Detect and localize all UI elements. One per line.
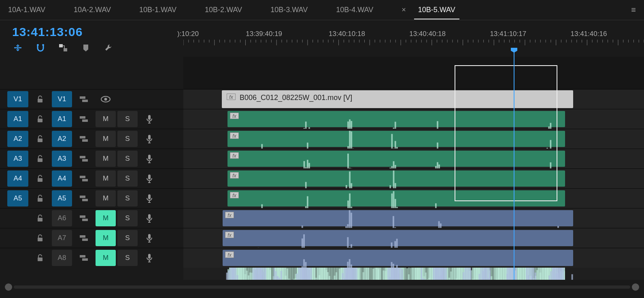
lock-icon[interactable] bbox=[30, 210, 50, 226]
source-patch-a2[interactable]: A2 bbox=[7, 131, 28, 147]
mute-button[interactable]: M bbox=[96, 190, 116, 206]
wrench-settings-icon[interactable] bbox=[103, 43, 114, 53]
track-lane-a4[interactable]: fx bbox=[183, 168, 644, 188]
scroll-knob-right[interactable] bbox=[632, 283, 639, 291]
voiceover-mic-icon[interactable] bbox=[139, 230, 159, 246]
track-target-a1[interactable]: A1 bbox=[52, 111, 72, 127]
audio-clip[interactable]: fx bbox=[223, 210, 573, 226]
solo-button[interactable]: S bbox=[117, 210, 138, 226]
track-target-a8[interactable]: A8 bbox=[52, 250, 72, 266]
audio-clip[interactable]: fx bbox=[223, 250, 573, 266]
lock-icon[interactable] bbox=[30, 250, 50, 266]
scroll-knob-left[interactable] bbox=[5, 283, 12, 291]
track-lane-v1[interactable]: fxB006_C012_08225W_001.mov [V] bbox=[183, 89, 644, 109]
video-clip[interactable]: fxB006_C012_08225W_001.mov [V] bbox=[222, 90, 573, 108]
playhead[interactable] bbox=[514, 48, 514, 280]
lock-icon[interactable] bbox=[30, 131, 50, 147]
scroll-track[interactable] bbox=[14, 285, 630, 289]
source-patch-a4[interactable]: A4 bbox=[7, 170, 28, 187]
tab-10a-1[interactable]: 10A-1.WAV bbox=[8, 1, 45, 19]
sync-lock-icon[interactable] bbox=[74, 151, 94, 167]
source-patch-a8[interactable] bbox=[7, 250, 28, 266]
marker-icon[interactable] bbox=[80, 43, 91, 53]
solo-button[interactable]: S bbox=[117, 131, 138, 147]
eye-visibility-icon[interactable] bbox=[96, 91, 116, 107]
lock-icon[interactable] bbox=[30, 151, 50, 167]
track-lane-a1[interactable]: fx bbox=[183, 109, 644, 129]
tab-10b-2[interactable]: 10B-2.WAV bbox=[205, 1, 242, 19]
track-content-area[interactable]: fxB006_C012_08225W_001.mov [V]fxfxfxfxfx… bbox=[183, 57, 644, 280]
mute-button[interactable]: M bbox=[96, 151, 116, 167]
tab-menu-icon[interactable]: ≡ bbox=[631, 5, 636, 15]
solo-button[interactable]: S bbox=[117, 151, 138, 167]
solo-button[interactable]: S bbox=[117, 230, 138, 246]
track-lane-a5[interactable]: fx bbox=[183, 188, 644, 208]
sync-lock-icon[interactable] bbox=[74, 170, 94, 187]
sync-lock-icon[interactable] bbox=[74, 131, 94, 147]
insert-overwrite-icon[interactable] bbox=[12, 43, 23, 53]
voiceover-mic-icon[interactable] bbox=[139, 170, 159, 187]
tab-10b-4[interactable]: 10B-4.WAV bbox=[336, 1, 373, 19]
lock-icon[interactable] bbox=[30, 91, 50, 107]
source-patch-a7[interactable] bbox=[7, 230, 28, 246]
solo-button[interactable]: S bbox=[117, 190, 138, 206]
track-target-a4[interactable]: A4 bbox=[52, 170, 72, 187]
mute-button[interactable]: M bbox=[96, 131, 116, 147]
lock-icon[interactable] bbox=[30, 190, 50, 206]
playhead-timecode[interactable]: 13:41:13:06 bbox=[12, 25, 171, 39]
sync-lock-icon[interactable] bbox=[74, 230, 94, 246]
tab-10b-5[interactable]: 10B-5.WAV bbox=[418, 1, 455, 19]
lock-icon[interactable] bbox=[30, 230, 50, 246]
track-lane-a3[interactable]: fx bbox=[183, 149, 644, 168]
mute-button[interactable]: M bbox=[96, 210, 116, 226]
voiceover-mic-icon[interactable] bbox=[139, 111, 159, 127]
track-lane-a6[interactable]: fx bbox=[183, 208, 644, 228]
voiceover-mic-icon[interactable] bbox=[139, 151, 159, 167]
track-header-a7: A7MS bbox=[0, 228, 183, 248]
snap-magnet-icon[interactable] bbox=[35, 43, 46, 53]
sync-lock-icon[interactable] bbox=[74, 210, 94, 226]
mute-button[interactable]: M bbox=[96, 230, 116, 246]
linked-selection-icon[interactable] bbox=[57, 43, 69, 53]
voiceover-mic-icon[interactable] bbox=[139, 131, 159, 147]
lock-icon[interactable] bbox=[30, 111, 50, 127]
lock-icon[interactable] bbox=[30, 170, 50, 187]
source-patch-v1[interactable]: V1 bbox=[7, 91, 28, 107]
mute-button[interactable]: M bbox=[96, 111, 116, 127]
track-lane-a2[interactable]: fx bbox=[183, 129, 644, 149]
track-target-a2[interactable]: A2 bbox=[52, 131, 72, 147]
voiceover-mic-icon[interactable] bbox=[139, 250, 159, 266]
track-target-a6[interactable]: A6 bbox=[52, 210, 72, 226]
source-patch-a1[interactable]: A1 bbox=[7, 111, 28, 127]
svg-rect-105 bbox=[82, 139, 88, 142]
tab-10a-2[interactable]: 10A-2.WAV bbox=[74, 1, 111, 19]
track-target-v1[interactable]: V1 bbox=[52, 91, 72, 107]
mute-button[interactable]: M bbox=[96, 170, 116, 187]
close-tab-icon[interactable]: × bbox=[402, 6, 406, 14]
track-target-a7[interactable]: A7 bbox=[52, 230, 72, 246]
track-lane-a8[interactable]: fx bbox=[183, 248, 644, 268]
solo-button[interactable]: S bbox=[117, 111, 138, 127]
voiceover-mic-icon[interactable] bbox=[139, 190, 159, 206]
track-target-a3[interactable]: A3 bbox=[52, 151, 72, 167]
sync-lock-icon[interactable] bbox=[74, 91, 94, 107]
voiceover-mic-icon[interactable] bbox=[139, 210, 159, 226]
tab-10b-1[interactable]: 10B-1.WAV bbox=[139, 1, 176, 19]
source-patch-a3[interactable]: A3 bbox=[7, 151, 28, 167]
audio-clip[interactable]: fx bbox=[223, 230, 573, 246]
tab-10b-3[interactable]: 10B-3.WAV bbox=[270, 1, 308, 19]
sync-lock-icon[interactable] bbox=[74, 190, 94, 206]
track-target-a5[interactable]: A5 bbox=[52, 190, 72, 206]
horizontal-scrollbar[interactable] bbox=[5, 283, 639, 291]
sync-lock-icon[interactable] bbox=[74, 111, 94, 127]
sync-lock-icon[interactable] bbox=[74, 250, 94, 266]
mute-button[interactable]: M bbox=[96, 250, 116, 266]
time-ruler[interactable]: ):10:2013:39:40:1913:40:10:1813:40:40:18… bbox=[183, 20, 644, 49]
track-lane-a7[interactable]: fx bbox=[183, 228, 644, 248]
solo-button[interactable]: S bbox=[117, 170, 138, 187]
source-patch-a6[interactable] bbox=[7, 210, 28, 226]
solo-button[interactable]: S bbox=[117, 250, 138, 266]
track-header-a3: A3A3MS bbox=[0, 149, 183, 168]
source-patch-a5[interactable]: A5 bbox=[7, 190, 28, 206]
svg-rect-109 bbox=[82, 159, 88, 162]
